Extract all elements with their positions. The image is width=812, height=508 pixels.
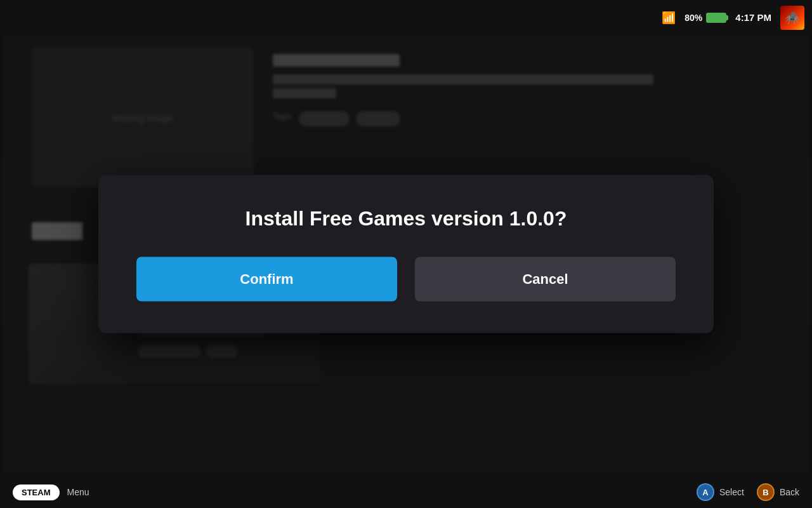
menu-label: Menu: [67, 487, 89, 497]
a-button-group: A Select: [697, 483, 744, 501]
status-bar-right: 📶 80% 4:17 PM 🕷️: [662, 6, 804, 30]
dialog-title: Install Free Games version 1.0.0?: [136, 207, 676, 231]
back-label: Back: [780, 487, 799, 497]
battery-icon: [706, 13, 726, 23]
select-label: Select: [719, 487, 744, 497]
a-button-icon: A: [697, 483, 714, 501]
bottom-right: A Select B Back: [697, 483, 799, 501]
battery-percent: 80%: [684, 13, 702, 23]
confirm-button[interactable]: Confirm: [136, 257, 397, 302]
cancel-button[interactable]: Cancel: [415, 257, 676, 302]
steam-button[interactable]: STEAM: [13, 485, 60, 500]
dialog-buttons: Confirm Cancel: [136, 257, 676, 302]
install-dialog: Install Free Games version 1.0.0? Confir…: [98, 175, 714, 333]
avatar: 🕷️: [780, 6, 804, 30]
battery-info: 80%: [684, 13, 726, 23]
status-bar: 📶 80% 4:17 PM 🕷️: [0, 0, 812, 35]
bottom-bar: STEAM Menu A Select B Back: [0, 476, 812, 508]
bottom-left: STEAM Menu: [13, 485, 89, 500]
b-button-group: B Back: [757, 483, 799, 501]
avatar-image: 🕷️: [780, 6, 804, 30]
clock: 4:17 PM: [735, 12, 771, 23]
b-button-icon: B: [757, 483, 775, 501]
wifi-icon: 📶: [662, 11, 676, 25]
